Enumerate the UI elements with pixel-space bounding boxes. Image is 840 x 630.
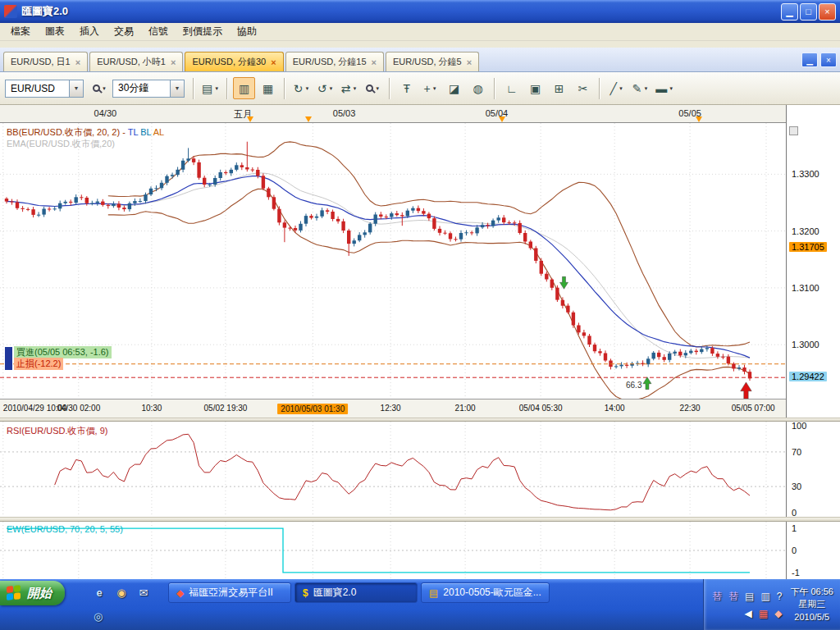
panel-resize-handle[interactable] [0, 418, 840, 422]
symbol-select[interactable]: EUR/USD▼ [5, 80, 84, 98]
tray-icon[interactable]: 替 [728, 591, 738, 602]
panel-resize-handle[interactable] [0, 517, 840, 522]
export-image-button[interactable]: ⊞ [548, 77, 570, 99]
tray-icon[interactable]: ▥ [760, 591, 769, 602]
rsi-legend: RSI(EUR/USD.收市價, 9) [7, 425, 107, 437]
export-image-button-glyph: ⊞ [555, 83, 564, 94]
menu-item[interactable]: 協助 [230, 22, 264, 41]
highlighter-button[interactable]: ▬▼ [653, 77, 676, 99]
snapshot-button-glyph: ▣ [530, 83, 541, 94]
candlestick-view-button-glyph: ▥ [239, 83, 249, 94]
clock-text: 2010/5/5 [790, 611, 833, 623]
period-select[interactable]: 30分鐘▼ [112, 80, 185, 98]
script-run-button[interactable]: ↻▼ [290, 77, 313, 99]
world-button[interactable]: ◍ [467, 77, 489, 99]
period-select-value: 30分鐘 [113, 81, 170, 95]
toolbar-separator [599, 78, 600, 99]
tab-label: EUR/USD, 分鐘5 [393, 56, 462, 68]
interval-marker-button-glyph: Ŧ [403, 83, 410, 94]
chevron-down-icon[interactable]: ▼ [170, 80, 184, 97]
tab-close-icon[interactable]: × [467, 57, 472, 67]
messenger-icon[interactable]: ◎ [94, 610, 103, 623]
sell-signal-arrow-icon [560, 276, 568, 289]
start-button[interactable]: 開始 [0, 581, 65, 605]
trendline-button[interactable]: ╱▼ [605, 77, 628, 99]
tray-icon[interactable]: 替 [712, 591, 722, 602]
interval-marker-button[interactable]: Ŧ [395, 77, 418, 99]
taskbar-task-button[interactable]: ◆福匯亞洲交易平台II [168, 582, 291, 603]
time-axis: 2010/04/29 10:0004/30 02:0010:3005/02 19… [0, 399, 786, 418]
chart-tab[interactable]: EUR/USD, 分鐘15× [285, 52, 384, 71]
crosshair-button[interactable]: +▼ [419, 77, 441, 99]
tab-close-icon[interactable]: × [171, 57, 176, 67]
scissors-button[interactable]: ✂ [572, 77, 594, 99]
strategy-test-button-glyph: ⇄ [341, 83, 351, 94]
tray-icon[interactable]: ▤ [745, 591, 754, 602]
chevron-down-icon[interactable]: ▼ [69, 80, 83, 97]
time-axis-label: 05/04 05:30 [519, 404, 563, 413]
new-chart-button[interactable]: ▤▼ [199, 77, 221, 99]
price-chart[interactable]: 66.3 [0, 123, 786, 399]
toolbar-separator [226, 78, 228, 99]
price-axis-label: 1.3000 [792, 340, 819, 349]
menu-item[interactable]: 插入 [72, 22, 107, 41]
close-button[interactable]: × [819, 3, 836, 21]
tray-icons-row: 替替▤▥? [712, 591, 782, 602]
tab-close-icon[interactable]: × [75, 57, 80, 67]
scale-lock-button[interactable] [789, 126, 798, 135]
pencil-button[interactable]: ✎▼ [629, 77, 651, 99]
price-chip: 1.29422 [789, 372, 827, 381]
menu-item[interactable]: 檔案 [3, 22, 38, 41]
taskbar-task-button[interactable]: $匯圖寶2.0 [294, 582, 418, 603]
app-logo-icon [4, 5, 17, 18]
tab-close-icon[interactable]: × [271, 57, 276, 67]
menu-item[interactable]: 信號 [141, 22, 176, 41]
menu-item[interactable]: 交易 [107, 22, 141, 41]
desktop: 匯圖寶2.0 ▁ □ × 檔案圖表插入交易信號到價提示協助 EUR/USD, 日… [0, 0, 840, 630]
ruler-button[interactable]: ∟ [500, 77, 523, 99]
price-axis-gutter: 1.33001.32001.31001.30001.317051.2942210… [786, 105, 840, 579]
tab-label: EUR/USD, 日1 [11, 56, 71, 68]
eraser-button[interactable]: ◪ [443, 77, 465, 99]
chart-close-button[interactable]: × [820, 52, 837, 67]
buy-signal-arrow-icon [643, 377, 651, 390]
ie-icon[interactable]: e [92, 585, 107, 600]
chevron-down-icon: ▼ [669, 86, 673, 91]
maximize-button[interactable]: □ [800, 3, 817, 21]
chart-tab[interactable]: EUR/USD, 分鐘30× [185, 52, 283, 71]
tray-icon[interactable]: ▦ [759, 608, 768, 619]
tab-close-icon[interactable]: × [372, 57, 377, 67]
ema-legend: EMA(EUR/USD.收市價,20) [7, 138, 115, 150]
chevron-down-icon: ▼ [329, 86, 334, 91]
chart-tab-bar: EUR/USD, 日1×EUR/USD, 小時1×EUR/USD, 分鐘30×E… [0, 48, 840, 72]
minimize-button[interactable]: ▁ [781, 3, 798, 21]
menu-item[interactable]: 到價提示 [176, 22, 230, 41]
media-player-icon[interactable]: ◉ [114, 585, 129, 600]
indicator-search-button[interactable]: ▼ [89, 77, 111, 99]
menu-bar: 檔案圖表插入交易信號到價提示協助 [0, 23, 840, 41]
highlighter-button-glyph: ▬ [655, 83, 667, 94]
zoom-button[interactable]: ▼ [362, 77, 384, 99]
mail-icon[interactable]: ✉ [136, 585, 151, 600]
task-icon: ◆ [176, 587, 184, 599]
data-table-button[interactable]: ▦ [257, 77, 279, 99]
tray-icon[interactable]: ◀ [745, 608, 752, 619]
taskbar-task-button[interactable]: ▤2010-0505-歐元區金... [421, 582, 550, 603]
trade-buy-label: 買進(05/05 06:53, -1.6) [14, 346, 112, 358]
tray-icon[interactable]: ◆ [774, 608, 782, 619]
snapshot-button[interactable]: ▣ [524, 77, 546, 99]
strategy-test-button[interactable]: ⇄▼ [338, 77, 360, 99]
chart-tab[interactable]: EUR/USD, 分鐘5× [386, 52, 479, 71]
signal-scan-button[interactable]: ↺▼ [314, 77, 336, 99]
candlestick-view-button[interactable]: ▥ [233, 77, 255, 99]
tray-icons-row: ◀▦◆ [712, 608, 782, 619]
chart-tab[interactable]: EUR/USD, 小時1× [89, 52, 183, 71]
legend-part: BB(EUR/USD.收市價, 20, 2) - [7, 127, 128, 137]
window-titlebar[interactable]: 匯圖寶2.0 ▁ □ × [0, 0, 840, 23]
rsi-chart[interactable] [0, 422, 786, 517]
script-run-button-glyph: ↻ [294, 83, 304, 94]
chart-minimize-button[interactable]: ▁ [801, 52, 818, 67]
tray-icon[interactable]: ? [777, 591, 783, 602]
menu-item[interactable]: 圖表 [38, 22, 72, 41]
chart-tab[interactable]: EUR/USD, 日1× [3, 52, 88, 71]
